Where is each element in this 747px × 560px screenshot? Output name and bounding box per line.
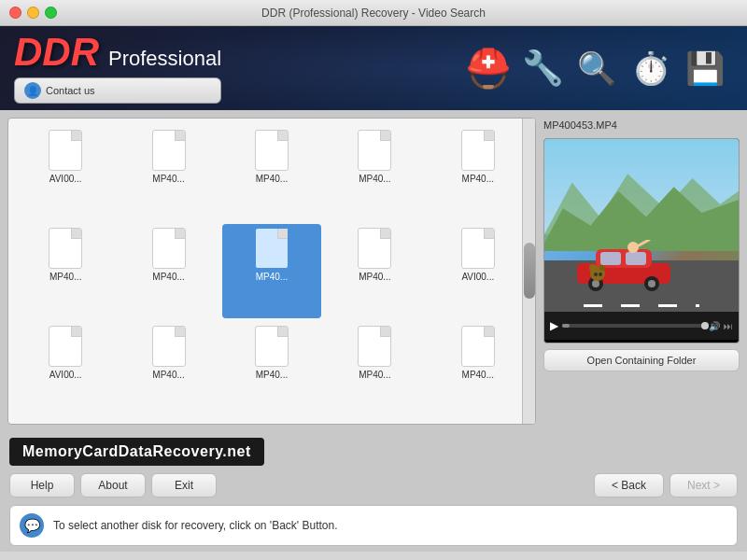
brand-badge: MemoryCardDataRecovery.net (9, 438, 264, 466)
file-icon (152, 130, 186, 171)
file-icon (255, 228, 289, 269)
file-icon (358, 228, 391, 269)
file-label: MP40... (256, 370, 288, 380)
file-item[interactable]: MP40... (119, 126, 218, 220)
file-label: MP40... (256, 174, 288, 184)
main-content: AVI00... MP40... MP40... MP40... MP40...… (0, 110, 747, 432)
file-item[interactable]: MP40... (119, 322, 218, 416)
svg-point-16 (599, 273, 602, 276)
file-icon (461, 228, 495, 269)
next-button[interactable]: Next > (669, 473, 738, 497)
file-label: MP40... (359, 174, 390, 184)
video-controls: ▶ 🔊 ⏭ (544, 312, 739, 340)
file-label: AVI00... (461, 272, 494, 282)
maximize-button[interactable] (45, 7, 57, 19)
scene-mountains-svg (544, 165, 739, 252)
file-item[interactable]: MP40... (222, 224, 321, 318)
file-icon (461, 130, 495, 171)
title-bar: DDR (Professional) Recovery - Video Sear… (0, 0, 747, 26)
about-button[interactable]: About (80, 473, 146, 497)
contact-icon: 👤 (24, 82, 41, 99)
file-label: MP40... (462, 174, 494, 184)
fast-forward-icon[interactable]: ⏭ (724, 321, 733, 331)
stopwatch-icon: ⏱️ (627, 45, 674, 91)
status-icon: 💬 (20, 513, 44, 538)
file-label: MP40... (359, 272, 390, 282)
volume-icon[interactable]: 🔊 (709, 321, 720, 331)
brand-badge-container: MemoryCardDataRecovery.net (9, 438, 738, 466)
dog-svg (584, 262, 612, 286)
file-label: MP40... (152, 370, 184, 380)
file-item[interactable]: MP40... (222, 126, 321, 220)
file-label: MP40... (49, 272, 81, 282)
exit-button[interactable]: Exit (151, 473, 217, 497)
file-icon (255, 130, 289, 171)
file-item[interactable]: AVI00... (16, 126, 115, 220)
window-controls (9, 7, 57, 19)
file-item[interactable]: MP40... (325, 126, 424, 220)
file-icon (358, 130, 391, 171)
video-thumbnail (544, 139, 739, 312)
file-icon (358, 326, 391, 367)
svg-line-11 (639, 240, 649, 245)
file-grid: AVI00... MP40... MP40... MP40... MP40...… (8, 119, 535, 424)
preview-filename: MP400453.MP4 (543, 118, 740, 133)
file-icon (461, 326, 495, 367)
progress-bar[interactable] (562, 324, 705, 328)
file-icon (49, 326, 82, 367)
file-item[interactable]: MP40... (325, 322, 424, 416)
file-grid-container: AVI00... MP40... MP40... MP40... MP40...… (7, 118, 536, 425)
file-icon (49, 228, 82, 269)
scrollbar-thumb[interactable] (524, 243, 535, 299)
bottom-section: MemoryCardDataRecovery.net Help About Ex… (0, 432, 747, 552)
file-item[interactable]: MP40... (222, 322, 321, 416)
svg-point-15 (594, 273, 598, 276)
logo-area: DDR Professional 👤 Contact us (14, 33, 221, 104)
file-item[interactable]: AVI00... (429, 224, 528, 318)
file-label: AVI00... (49, 370, 82, 380)
logo-professional: Professional (108, 47, 221, 71)
svg-rect-5 (626, 252, 646, 265)
file-icon (255, 326, 289, 367)
close-button[interactable] (9, 7, 21, 19)
file-icon (152, 228, 186, 269)
file-label: MP40... (359, 370, 390, 380)
file-item[interactable]: MP40... (16, 224, 115, 318)
back-button[interactable]: < Back (594, 473, 664, 497)
svg-point-13 (589, 264, 597, 272)
minimize-button[interactable] (27, 7, 39, 19)
file-item[interactable]: MP40... (325, 224, 424, 318)
preview-panel: MP400453.MP4 (543, 118, 740, 425)
svg-point-10 (627, 242, 639, 253)
file-icon (152, 326, 186, 367)
file-item[interactable]: MP40... (429, 126, 528, 220)
svg-point-14 (599, 265, 605, 271)
header: DDR Professional 👤 Contact us ⛑️ 🔧 🔍 ⏱️ … (0, 26, 747, 110)
left-buttons: Help About Exit (9, 473, 217, 497)
status-bar: 💬 To select another disk for recovery, c… (9, 505, 738, 546)
open-folder-button[interactable]: Open Containing Folder (543, 349, 740, 371)
file-label: MP40... (152, 272, 184, 282)
file-label: MP40... (462, 370, 494, 380)
storage-icon: 💾 (682, 45, 728, 91)
scrollbar[interactable] (522, 119, 535, 424)
button-row: Help About Exit < Back Next > (9, 473, 738, 497)
file-icon (49, 130, 82, 171)
file-item[interactable]: AVI00... (16, 322, 115, 416)
status-message: To select another disk for recovery, cli… (53, 519, 338, 532)
header-icons: ⛑️ 🔧 🔍 ⏱️ 💾 (465, 45, 728, 91)
play-button[interactable]: ▶ (550, 319, 558, 332)
contact-us-button[interactable]: 👤 Contact us (14, 77, 221, 104)
progress-dot (701, 322, 709, 329)
progress-fill (562, 324, 570, 328)
svg-point-9 (648, 280, 655, 287)
file-item[interactable]: MP40... (119, 224, 218, 318)
file-item[interactable]: MP40... (429, 322, 528, 416)
logo-ddr: DDR (14, 33, 99, 72)
help-button[interactable]: Help (9, 473, 75, 497)
right-buttons: < Back Next > (594, 473, 738, 497)
window-title: DDR (Professional) Recovery - Video Sear… (261, 7, 486, 20)
helmet-icon: ⛑️ (465, 45, 512, 91)
file-label: MP40... (256, 272, 288, 282)
file-label: MP40... (152, 174, 184, 184)
